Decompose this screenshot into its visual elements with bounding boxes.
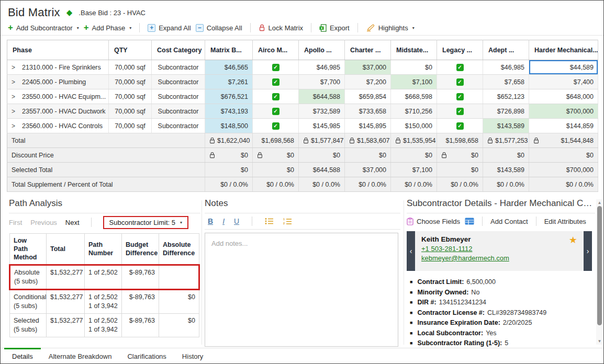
bid-cell[interactable]: $145,985	[299, 119, 345, 133]
bid-cell[interactable]: ✓	[253, 89, 299, 104]
checkmark-icon[interactable]: ✓	[456, 64, 464, 71]
add-phase-button[interactable]: + Add Phase ▾	[84, 24, 132, 32]
favorite-star-icon[interactable]: ★	[569, 234, 577, 246]
lock-icon[interactable]	[349, 137, 355, 144]
bid-cell[interactable]: ✓	[253, 119, 299, 133]
lock-icon[interactable]	[487, 137, 493, 144]
column-header-7[interactable]: Charter ...	[345, 40, 391, 60]
bid-cell[interactable]: ✓	[253, 104, 299, 119]
column-header-5[interactable]: Airco M...	[253, 40, 299, 60]
bid-cell[interactable]: $144,859	[529, 119, 598, 133]
phase-cell[interactable]: >23560.000 - HVAC Controls	[7, 119, 109, 133]
column-header-6[interactable]: Apollo ...	[299, 40, 345, 60]
checkmark-icon[interactable]: ✓	[272, 64, 279, 71]
bid-cell[interactable]: $46,565	[205, 60, 253, 75]
bid-cell[interactable]: $44,589	[529, 60, 598, 75]
bid-cell[interactable]: $668,598	[391, 89, 437, 104]
checkmark-icon[interactable]: ✓	[456, 93, 464, 100]
bid-cell[interactable]: ✓	[437, 75, 483, 89]
column-header-11[interactable]: Harder Mechanical...	[529, 40, 598, 60]
collapse-all-button[interactable]: − Collapse All	[196, 24, 242, 32]
bid-cell[interactable]: ✓	[253, 75, 299, 89]
add-subcontractor-button[interactable]: + Add Subcontractor ▾	[8, 24, 79, 32]
bid-cell[interactable]: $143,589	[483, 119, 529, 133]
column-header-1[interactable]: Phase	[7, 40, 109, 60]
bid-cell[interactable]: $732,589	[299, 104, 345, 119]
lock-icon[interactable]	[209, 152, 215, 158]
bid-cell[interactable]: ✓	[437, 60, 483, 75]
bold-button[interactable]: B	[208, 217, 213, 225]
phase-cell[interactable]: >21310.000 - Fire Sprinklers	[7, 60, 109, 75]
bid-cell[interactable]: $150,000	[391, 119, 437, 133]
chevron-expand-icon[interactable]: >	[12, 93, 22, 100]
previous-link[interactable]: Previous	[30, 219, 57, 226]
bid-cell[interactable]: $46,985	[299, 60, 345, 75]
previous-contact-arrow[interactable]: ‹	[407, 231, 415, 271]
subcontractor-limit-dropdown[interactable]: Subcontractor Limit: 5 ▾	[103, 216, 188, 229]
phase-cell[interactable]: >22405.000 - Plumbing	[7, 75, 109, 89]
edit-attributes-button[interactable]: Edit Attributes	[544, 218, 586, 225]
contact-phone-link[interactable]: +1 503-281-1112	[421, 245, 577, 253]
lock-icon[interactable]	[395, 137, 401, 144]
bid-cell[interactable]: $652,123	[483, 89, 529, 104]
checkmark-icon[interactable]: ✓	[272, 78, 279, 86]
bid-cell[interactable]: ✓	[437, 89, 483, 104]
bid-cell[interactable]: $644,588	[299, 89, 345, 104]
add-contact-button[interactable]: Add Contact	[490, 218, 528, 225]
lock-icon[interactable]	[209, 137, 215, 144]
lock-matrix-button[interactable]: Lock Matrix	[259, 24, 303, 32]
phase-cell[interactable]: >23557.000 - HVAC Ductwork	[7, 104, 109, 119]
chevron-expand-icon[interactable]: >	[12, 78, 22, 86]
bid-cell[interactable]: $7,700	[299, 75, 345, 89]
column-header-3[interactable]: Cost Category	[152, 40, 205, 60]
tab-clarifications[interactable]: Clarifications	[119, 348, 174, 364]
scroll-down-icon[interactable]: ▼	[596, 339, 603, 344]
chevron-expand-icon[interactable]: >	[12, 122, 22, 130]
tab-details[interactable]: Details	[4, 348, 41, 364]
underline-button[interactable]: U	[234, 217, 239, 225]
bid-cell[interactable]: $648,000	[529, 89, 598, 104]
bid-cell[interactable]: $7,400	[529, 75, 598, 89]
notes-input[interactable]	[205, 233, 398, 347]
checkmark-icon[interactable]: ✓	[272, 108, 279, 115]
bid-cell[interactable]: $7,100	[391, 75, 437, 89]
bid-cell[interactable]: ✓	[253, 60, 299, 75]
bid-cell[interactable]: $676,521	[205, 89, 253, 104]
checkmark-icon[interactable]: ✓	[456, 108, 464, 115]
expand-all-button[interactable]: + Expand All	[148, 24, 191, 32]
bid-cell[interactable]: $700,000	[529, 104, 598, 119]
scroll-up-icon[interactable]: ▲	[596, 200, 603, 205]
column-header-9[interactable]: Legacy ...	[437, 40, 483, 60]
bid-cell[interactable]: $710,256	[391, 104, 437, 119]
tab-alternate-breakdown[interactable]: Alternate Breakdown	[41, 348, 120, 364]
chevron-expand-icon[interactable]: >	[12, 64, 22, 71]
next-link[interactable]: Next	[65, 219, 80, 226]
bid-cell[interactable]: $7,261	[205, 75, 253, 89]
bullet-list-icon[interactable]	[265, 218, 274, 225]
table-layout-icon[interactable]	[465, 218, 474, 225]
highlights-button[interactable]: Highlights ▾	[366, 24, 415, 32]
checkmark-icon[interactable]: ✓	[272, 122, 279, 130]
checkmark-icon[interactable]: ✓	[272, 93, 279, 100]
checkmark-icon[interactable]: ✓	[456, 122, 464, 130]
details-scrollbar[interactable]: ▲ ▼	[596, 199, 603, 345]
column-header-8[interactable]: Midstate...	[391, 40, 437, 60]
phase-cell[interactable]: >23550.000 - HVAC Equipm...	[7, 89, 109, 104]
bid-cell[interactable]: $7,658	[483, 75, 529, 89]
column-header-10[interactable]: Adept ...	[483, 40, 529, 60]
lock-icon[interactable]	[533, 137, 539, 144]
export-button[interactable]: x Export	[319, 24, 350, 32]
bid-cell[interactable]: $145,895	[345, 119, 391, 133]
bid-cell[interactable]: $733,658	[345, 104, 391, 119]
bid-cell[interactable]: $0	[391, 60, 437, 75]
bid-cell[interactable]: $37,000	[345, 60, 391, 75]
chevron-expand-icon[interactable]: >	[12, 108, 22, 115]
lock-icon[interactable]	[257, 152, 263, 158]
column-header-2[interactable]: QTY	[109, 40, 152, 60]
contact-email-link[interactable]: kebmeyer@hardermech.com	[421, 254, 577, 262]
bid-cell[interactable]: $148,500	[205, 119, 253, 133]
checkmark-icon[interactable]: ✓	[456, 78, 464, 86]
bid-cell[interactable]: $46,985	[483, 60, 529, 75]
first-link[interactable]: First	[9, 219, 22, 226]
column-header-4[interactable]: Matrix B...	[205, 40, 253, 60]
